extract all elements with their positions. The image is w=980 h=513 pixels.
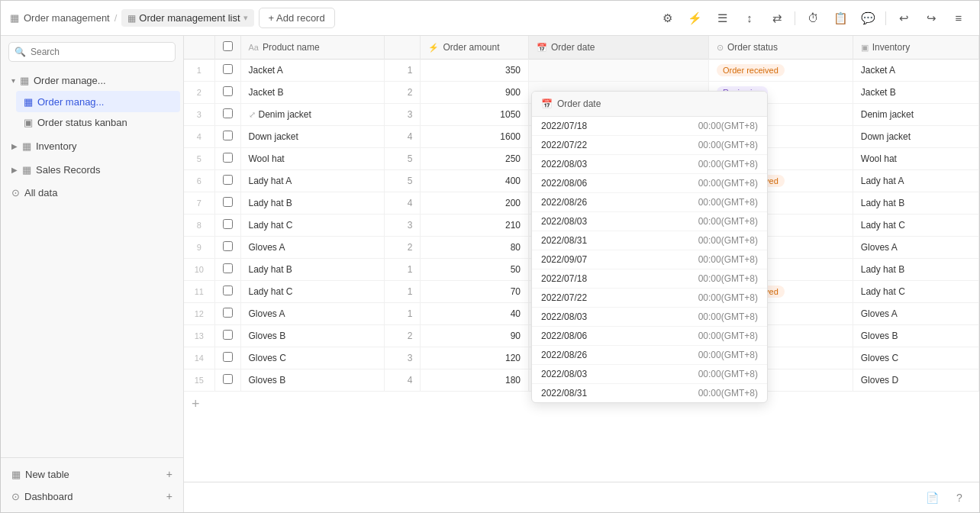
popup-rows: 2022/07/1800:00(GMT+8)2022/07/2200:00(GM… xyxy=(532,117,767,402)
sidebar: 🔍 ▾ ▦ Order manage... + ··· ▦ Order mana… xyxy=(1,36,184,512)
row-inventory: Gloves A xyxy=(853,303,978,325)
item-grid-icon: ▦ xyxy=(24,96,33,108)
popup-row: 2022/08/0600:00(GMT+8) xyxy=(532,174,767,193)
row-checkbox-cell[interactable] xyxy=(214,82,240,104)
row-checkbox[interactable] xyxy=(223,286,233,295)
row-checkbox[interactable] xyxy=(223,241,233,251)
row-checkbox-cell[interactable] xyxy=(214,281,240,303)
group-icon[interactable]: ⇄ xyxy=(766,7,788,30)
row-checkbox[interactable] xyxy=(223,374,233,384)
add-record-button[interactable]: + Add record xyxy=(259,8,335,28)
row-inventory: Gloves C xyxy=(853,347,978,369)
popup-date: 2022/08/03 xyxy=(541,369,698,379)
row-checkbox-cell[interactable] xyxy=(214,237,240,259)
undo-icon[interactable]: ↩ xyxy=(892,7,915,30)
row-checkbox-cell[interactable] xyxy=(214,347,240,369)
row-checkbox[interactable] xyxy=(223,263,233,273)
sidebar-group-inventory: ▶ ▦ Inventory xyxy=(1,134,183,158)
sidebar-item-kanban[interactable]: ▣ Order status kanban xyxy=(16,113,180,132)
row-checkbox[interactable] xyxy=(223,219,233,229)
inventory-toggle-icon: ▶ xyxy=(11,142,18,150)
row-product: ⤢Denim jacket xyxy=(240,104,385,126)
breadcrumb-tab-list[interactable]: ▦ Order management list ▾ xyxy=(121,9,253,27)
row-checkbox[interactable] xyxy=(223,352,233,362)
popup-row: 2022/09/0700:00(GMT+8) xyxy=(532,250,767,269)
grid-icon[interactable]: ☰ xyxy=(711,7,733,30)
col-header-qty[interactable] xyxy=(385,36,421,60)
breadcrumb-item1[interactable]: Order management xyxy=(24,12,110,24)
row-checkbox-cell[interactable] xyxy=(214,215,240,237)
row-checkbox-cell[interactable] xyxy=(214,60,240,82)
row-checkbox[interactable] xyxy=(223,330,233,340)
menu-icon[interactable]: ≡ xyxy=(947,7,970,30)
row-qty: 2 xyxy=(385,82,421,104)
sidebar-group-sales-header[interactable]: ▶ ▦ Sales Records xyxy=(4,160,180,179)
row-checkbox-cell[interactable] xyxy=(214,303,240,325)
row-status: Order received xyxy=(709,60,853,82)
row-checkbox-cell[interactable] xyxy=(214,192,240,215)
row-amount: 120 xyxy=(421,347,529,369)
row-checkbox[interactable] xyxy=(223,131,233,140)
product-col-label: Product name xyxy=(263,42,320,53)
breadcrumb-item2: Order management list xyxy=(139,12,240,24)
col-header-product[interactable]: Aa Product name xyxy=(240,36,385,60)
footer-help-icon[interactable]: ? xyxy=(949,487,970,508)
clipboard-icon[interactable]: 📋 xyxy=(829,7,852,30)
row-inventory: Lady hat B xyxy=(853,192,978,215)
row-checkbox[interactable] xyxy=(223,86,233,96)
sidebar-dashboard[interactable]: ⊙ Dashboard + xyxy=(4,486,180,507)
row-amount: 900 xyxy=(421,82,529,104)
history-icon[interactable]: ⏱ xyxy=(801,7,824,30)
row-amount: 350 xyxy=(421,60,529,82)
row-checkbox-cell[interactable] xyxy=(214,148,240,170)
row-checkbox[interactable] xyxy=(223,308,233,318)
footer: 📄 ? xyxy=(184,482,979,512)
row-amount: 250 xyxy=(421,148,529,170)
all-data-icon: ⊙ xyxy=(11,187,20,198)
sidebar-group-sales: ▶ ▦ Sales Records xyxy=(1,158,183,182)
row-checkbox-cell[interactable] xyxy=(214,126,240,148)
sort-icon[interactable]: ↕ xyxy=(738,7,761,30)
col-header-amount[interactable]: ⚡ Order amount xyxy=(421,36,529,60)
sidebar-group-inventory-header[interactable]: ▶ ▦ Inventory xyxy=(4,137,180,156)
popup-time: 00:00(GMT+8) xyxy=(698,159,758,169)
select-all-checkbox[interactable] xyxy=(223,41,233,51)
dashboard-add-icon[interactable]: + xyxy=(166,490,172,502)
sidebar-item-all-data[interactable]: ⊙ All data xyxy=(4,183,180,202)
footer-document-icon[interactable]: 📄 xyxy=(921,487,943,508)
row-checkbox[interactable] xyxy=(223,108,233,118)
row-product: Lady hat A xyxy=(240,170,385,192)
row-checkbox[interactable] xyxy=(223,64,233,74)
row-qty: 5 xyxy=(385,170,421,192)
sales-toggle-icon: ▶ xyxy=(11,166,18,174)
search-input[interactable] xyxy=(8,42,176,62)
row-checkbox-cell[interactable] xyxy=(214,104,240,126)
redo-icon[interactable]: ↪ xyxy=(920,7,943,30)
item-kanban-icon: ▣ xyxy=(24,117,33,128)
row-inventory: Gloves D xyxy=(853,369,978,392)
col-header-inventory[interactable]: ▣ Inventory xyxy=(853,36,978,60)
new-table-add-icon[interactable]: + xyxy=(166,468,172,480)
row-checkbox[interactable] xyxy=(223,197,233,207)
row-checkbox-cell[interactable] xyxy=(214,259,240,281)
sidebar-item-order-management[interactable]: ▦ Order manag... ··· xyxy=(16,91,180,112)
breadcrumb-separator: / xyxy=(114,12,118,24)
sidebar-new-table[interactable]: ▦ New table + xyxy=(4,463,180,485)
sidebar-bottom: ▦ New table + ⊙ Dashboard + xyxy=(1,457,183,512)
row-amount: 1600 xyxy=(421,126,529,148)
col-header-status[interactable]: ⊙ Order status xyxy=(709,36,853,60)
row-checkbox-cell[interactable] xyxy=(214,170,240,192)
item-more-btn[interactable]: ··· xyxy=(159,95,172,108)
col-header-date[interactable]: 📅 Order date xyxy=(529,36,709,60)
popup-row: 2022/08/0300:00(GMT+8) xyxy=(532,365,767,384)
chat-icon[interactable]: 💬 xyxy=(856,7,879,30)
filter-icon[interactable]: ⚡ xyxy=(683,7,706,30)
settings-icon[interactable]: ⚙ xyxy=(656,7,679,30)
popup-time: 00:00(GMT+8) xyxy=(698,350,758,360)
row-checkbox-cell[interactable] xyxy=(214,369,240,392)
row-checkbox[interactable] xyxy=(223,175,233,185)
row-checkbox[interactable] xyxy=(223,153,233,163)
sidebar-group-order-header[interactable]: ▾ ▦ Order manage... + ··· xyxy=(4,70,180,90)
row-checkbox-cell[interactable] xyxy=(214,325,240,347)
col-header-checkbox[interactable] xyxy=(214,36,240,60)
